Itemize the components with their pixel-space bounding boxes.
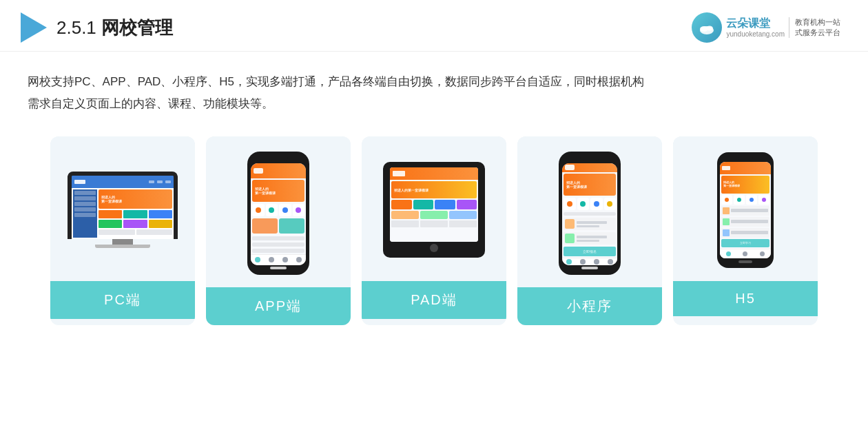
h5-banner: 招进人的第一堂课模课	[721, 176, 769, 194]
platform-card-h5: 招进人的第一堂课模课	[673, 136, 818, 325]
mini-banner-text: 招进人的第一堂课模课	[566, 180, 587, 189]
h5-icon-4	[758, 195, 769, 205]
mini-home-bar	[581, 267, 598, 269]
pad-top-bar	[390, 167, 478, 180]
app-icon-4	[293, 204, 305, 216]
pc-bottom-2	[136, 229, 173, 235]
h5-list-1	[721, 206, 769, 216]
mini-notch	[580, 157, 599, 161]
logo-triangle-icon	[21, 12, 47, 43]
pc-grid	[99, 210, 172, 228]
brand-icon	[692, 12, 722, 43]
grid-item-3	[149, 210, 172, 218]
app-screen-content: 招进人的第一堂课模课	[251, 163, 306, 265]
mini-icon-3	[590, 198, 603, 210]
section-number: 2.5.1	[56, 17, 96, 38]
mini-top-bar	[562, 163, 617, 173]
app-icon-3	[279, 204, 291, 216]
pc-nav-item2	[157, 180, 163, 183]
mini-sub	[577, 225, 599, 227]
mini-tab-1	[566, 259, 572, 265]
h5-phone-outer: 招进人的第一堂课模课	[717, 152, 774, 268]
h5-tab-bar	[720, 249, 771, 258]
pc-mockup: 招进人的第一堂课模课	[68, 172, 178, 248]
pad-bottom-3	[449, 211, 477, 219]
banner-text: 招进人的第一堂课模课	[101, 195, 122, 203]
h5-label: H5	[673, 281, 818, 316]
pad-banner: 招进人的第一堂课模课	[391, 181, 477, 198]
brand-url: yunduoketang.com	[726, 30, 785, 39]
app-top-bar	[251, 163, 306, 178]
app-phone-mockup: 招进人的第一堂课模课	[247, 152, 309, 275]
grid-item-5	[123, 220, 147, 228]
pad-home-button	[430, 244, 438, 252]
h5-thumb-2	[723, 218, 730, 225]
pc-main: 招进人的第一堂课模课	[99, 189, 172, 238]
mini-logo	[565, 165, 575, 170]
grid-item-6	[149, 220, 172, 228]
page-wrapper: 2.5.1 网校管理 云朵课堂 yunduoketang.com	[0, 0, 868, 434]
description-text: 网校支持PC、APP、PAD、小程序、H5，实现多端打通，产品各终端自由切换，数…	[28, 71, 840, 116]
mini-btn: 立即报名	[564, 247, 616, 256]
app-label: APP端	[206, 287, 351, 325]
mini-title2	[577, 236, 607, 238]
mini-screen: 招进人的第一堂课模课	[562, 163, 617, 265]
platform-card-pc: 招进人的第一堂课模课	[50, 136, 195, 325]
platform-card-pad: 招进人的第一堂课模课	[362, 136, 506, 325]
pc-bottom-row	[99, 229, 172, 235]
pc-sidebar	[73, 189, 97, 238]
h5-list-3	[721, 228, 769, 238]
svg-point-2	[706, 26, 713, 31]
app-notch	[269, 157, 288, 161]
pad-bottom-2	[420, 211, 448, 219]
tab-1	[255, 257, 260, 262]
pc-logo-mock	[74, 180, 85, 184]
app-list-3	[252, 249, 304, 253]
grid-item-1	[99, 210, 122, 218]
sidebar-item	[74, 213, 96, 217]
mini-icon-4	[604, 198, 617, 210]
tagline-line1: 教育机构一站	[795, 17, 840, 28]
mini-card2	[564, 232, 616, 245]
header-left: 2.5.1 网校管理	[21, 12, 173, 43]
app-screen: 招进人的第一堂课模课	[251, 163, 306, 265]
mini-tab-bar	[562, 258, 617, 265]
h5-phone-mockup: 招进人的第一堂课模课	[717, 152, 774, 268]
brand-name: 云朵课堂	[726, 17, 770, 30]
mini-sub2	[577, 240, 599, 242]
h5-body: 招进人的第一堂课模课	[720, 174, 771, 249]
app-list-2	[252, 242, 304, 247]
mini-tab-4	[608, 259, 613, 265]
h5-screen: 招进人的第一堂课模课	[720, 162, 771, 258]
pad-grid	[391, 200, 477, 209]
pad-grid-4	[457, 200, 477, 209]
app-card-2	[279, 218, 304, 234]
app-icon-2	[266, 204, 278, 216]
h5-icon-2	[734, 195, 745, 205]
h5-icon-1	[721, 195, 732, 205]
mini-banner: 招进人的第一堂课模课	[564, 174, 616, 196]
mini-btn-text: 立即报名	[583, 249, 597, 254]
mini-content: 立即报名	[564, 212, 616, 256]
pc-nav-item3	[165, 180, 171, 183]
mini-title	[577, 221, 607, 224]
app-card-1	[252, 218, 278, 234]
h5-text-2	[731, 220, 768, 223]
pc-bottom-1	[99, 229, 135, 235]
grid-item-2	[123, 210, 147, 218]
page-title: 2.5.1 网校管理	[56, 16, 173, 40]
h5-image-area: 招进人的第一堂课模课	[673, 136, 818, 281]
mini-label: 小程序	[517, 287, 662, 325]
sidebar-item	[74, 191, 96, 195]
desc-line1: 网校支持PC、APP、PAD、小程序、H5，实现多端打通，产品各终端自由切换，数…	[28, 75, 644, 88]
mini-icon-1	[564, 198, 576, 210]
mini-info2	[577, 236, 614, 242]
mini-image-area: 招进人的第一堂课模课	[517, 136, 662, 287]
mini-tab-3	[594, 259, 599, 265]
h5-tab-3	[760, 251, 765, 256]
pc-stand	[112, 239, 133, 245]
h5-top-bar	[720, 162, 771, 174]
pad-logo	[393, 171, 405, 176]
pad-extra-row	[391, 220, 477, 227]
mini-info	[577, 221, 614, 227]
